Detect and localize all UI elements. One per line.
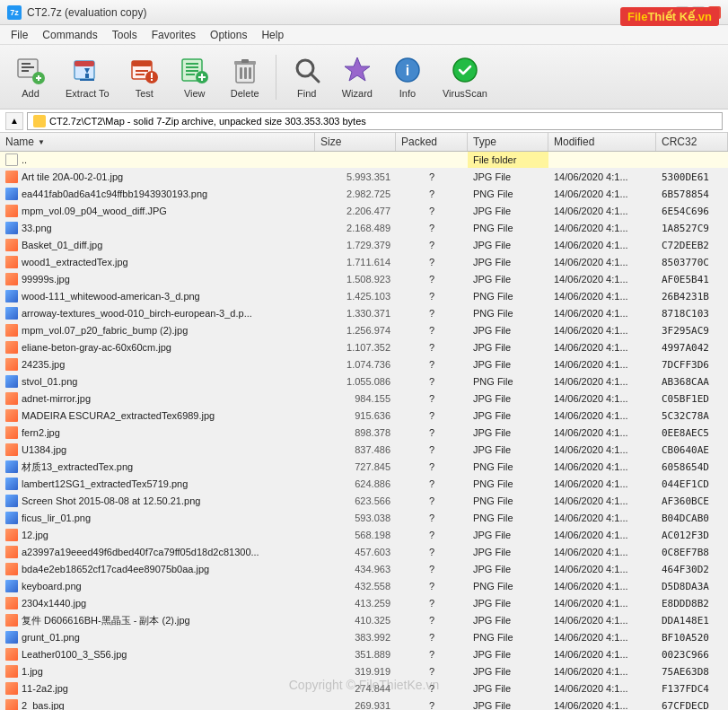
table-row[interactable]: bda4e2eb18652cf17cad4ee89075b0aa.jpg 434… xyxy=(0,561,728,578)
file-name-cell: Art tile 20A-00-2-01.jpg xyxy=(0,169,315,185)
file-modified-cell: 14/06/2020 4:1... xyxy=(548,220,656,236)
file-size-cell: 351.889 xyxy=(315,646,396,662)
svg-rect-20 xyxy=(186,63,198,65)
menu-tools[interactable]: Tools xyxy=(105,27,145,43)
file-packed-cell: ? xyxy=(396,203,468,219)
virusscan-button[interactable]: VirusScan xyxy=(434,50,496,104)
table-row[interactable]: 1.jpg 319.919 ? JPG File 14/06/2020 4:1.… xyxy=(0,663,728,680)
view-icon xyxy=(180,56,209,84)
file-modified-cell: 14/06/2020 4:1... xyxy=(548,578,656,594)
col-name[interactable]: Name ▼ xyxy=(0,133,315,151)
menu-help[interactable]: Help xyxy=(254,27,291,43)
nav-back-button[interactable]: ▲ xyxy=(5,112,23,130)
table-row[interactable]: 11-2a2.jpg 274.844 ? JPG File 14/06/2020… xyxy=(0,680,728,697)
table-row[interactable]: eliane-beton-gray-ac-60x60cm.jpg 1.107.3… xyxy=(0,339,728,356)
file-crc-cell: 6058654D xyxy=(656,459,728,475)
file-type-cell: JPG File xyxy=(468,663,548,679)
col-modified[interactable]: Modified xyxy=(548,133,656,151)
table-row[interactable]: .. File folder xyxy=(0,152,728,169)
file-type-cell: JPG File xyxy=(468,561,548,577)
file-modified-cell: 14/06/2020 4:1... xyxy=(548,459,656,475)
view-button[interactable]: View xyxy=(171,50,218,104)
file-name: Basket_01_diff.jpg xyxy=(22,240,102,250)
table-row[interactable]: 24235.jpg 1.074.736 ? JPG File 14/06/202… xyxy=(0,356,728,373)
table-row[interactable]: U1384.jpg 837.486 ? JPG File 14/06/2020 … xyxy=(0,442,728,459)
file-size-cell: 1.425.103 xyxy=(315,288,396,304)
table-row[interactable]: a23997a19eeed49f6dbed40f7ca79ff05d18d2c8… xyxy=(0,544,728,561)
sort-arrow-name: ▼ xyxy=(38,138,45,146)
table-row[interactable]: Art tile 20A-00-2-01.jpg 5.993.351 ? JPG… xyxy=(0,169,728,186)
table-row[interactable]: ficus_lir_01.png 593.038 ? PNG File 14/0… xyxy=(0,510,728,527)
menu-file[interactable]: File xyxy=(4,27,35,43)
svg-rect-2 xyxy=(22,66,34,68)
menu-favorites[interactable]: Favorites xyxy=(145,27,203,43)
table-row[interactable]: 2304x1440.jpg 413.259 ? JPG File 14/06/2… xyxy=(0,595,728,612)
table-row[interactable]: Basket_01_diff.jpg 1.729.379 ? JPG File … xyxy=(0,237,728,254)
table-row[interactable]: Screen Shot 2015-08-08 at 12.50.21.png 6… xyxy=(0,493,728,510)
file-name: 33.png xyxy=(22,223,52,233)
table-row[interactable]: ea441fab0ad6a41c94ffbb1943930193.png 2.9… xyxy=(0,186,728,203)
svg-point-38 xyxy=(453,58,477,82)
table-row[interactable]: stvol_01.png 1.055.086 ? PNG File 14/06/… xyxy=(0,373,728,390)
table-row[interactable]: Leather0100_3_S56.jpg 351.889 ? JPG File… xyxy=(0,646,728,663)
table-row[interactable]: keyboard.png 432.558 ? PNG File 14/06/20… xyxy=(0,578,728,595)
table-row[interactable]: mpm_vol.07_p20_fabric_bump (2).jpg 1.256… xyxy=(0,322,728,339)
file-name: .. xyxy=(22,154,27,165)
file-type-cell: JPG File xyxy=(468,237,548,253)
menu-commands[interactable]: Commands xyxy=(35,27,104,43)
logo-text-suffix: .vn xyxy=(695,10,712,23)
table-row[interactable]: MADEIRA ESCURA2_extractedTex6989.jpg 915… xyxy=(0,408,728,425)
file-crc-cell: 0EE8AEC5 xyxy=(656,425,728,441)
file-name: arroway-textures_wood-010_birch-european… xyxy=(22,308,252,319)
file-packed-cell: ? xyxy=(396,697,468,710)
file-modified-cell: 14/06/2020 4:1... xyxy=(548,629,656,645)
add-button[interactable]: Add xyxy=(7,50,54,104)
table-row[interactable]: 2_bas.jpg 269.931 ? JPG File 14/06/2020 … xyxy=(0,697,728,710)
file-crc-cell: DDA148E1 xyxy=(656,612,728,628)
table-row[interactable]: grunt_01.png 383.992 ? PNG File 14/06/20… xyxy=(0,629,728,646)
find-button[interactable]: Find xyxy=(284,50,330,104)
file-name: 复件 D606616BH-黑晶玉 - 副本 (2).jpg xyxy=(22,614,190,627)
file-packed-cell: ? xyxy=(396,527,468,543)
svg-rect-31 xyxy=(244,67,247,79)
file-size-cell: 434.963 xyxy=(315,561,396,577)
table-row[interactable]: mpm_vol.09_p04_wood_diff.JPG 2.206.477 ?… xyxy=(0,203,728,220)
table-row[interactable]: 99999s.jpg 1.508.923 ? JPG File 14/06/20… xyxy=(0,271,728,288)
col-crc[interactable]: CRC32 xyxy=(656,133,728,151)
delete-label: Delete xyxy=(231,88,259,99)
file-modified-cell: 14/06/2020 4:1... xyxy=(548,322,656,338)
table-row[interactable]: fern2.jpg 898.378 ? JPG File 14/06/2020 … xyxy=(0,425,728,442)
file-size-cell: 837.486 xyxy=(315,442,396,458)
file-packed-cell: ? xyxy=(396,595,468,611)
col-packed[interactable]: Packed xyxy=(396,133,468,151)
menu-options[interactable]: Options xyxy=(203,27,254,43)
extract-button[interactable]: Extract To xyxy=(57,50,118,104)
table-row[interactable]: 33.png 2.168.489 ? PNG File 14/06/2020 4… xyxy=(0,220,728,237)
file-list[interactable]: .. File folder Art tile 20A-00-2-01.jpg … xyxy=(0,152,728,710)
info-button[interactable]: i Info xyxy=(384,50,431,104)
test-button[interactable]: Test xyxy=(121,50,168,104)
delete-button[interactable]: Delete xyxy=(222,50,268,104)
file-size-cell: 1.256.974 xyxy=(315,322,396,338)
table-row[interactable]: adnet-mirror.jpg 984.155 ? JPG File 14/0… xyxy=(0,390,728,408)
wizard-button[interactable]: Wizard xyxy=(334,50,381,104)
table-row[interactable]: wood-111_whitewood-american-3_d.png 1.42… xyxy=(0,288,728,305)
file-crc-cell: 044EF1CD xyxy=(656,476,728,492)
file-name-cell: .. xyxy=(0,152,315,168)
file-type-cell: JPG File xyxy=(468,390,548,407)
path-box[interactable]: CT2.7z\CT2\Map - solid 7-Zip archive, un… xyxy=(27,112,723,130)
file-name: 24235.jpg xyxy=(22,359,65,370)
file-type-cell: PNG File xyxy=(468,629,548,645)
file-type-cell: JPG File xyxy=(468,612,548,628)
col-type[interactable]: Type xyxy=(468,133,548,151)
file-crc-cell: 6B578854 xyxy=(656,186,728,202)
table-row[interactable]: 材质13_extractedTex.png 727.845 ? PNG File… xyxy=(0,459,728,476)
table-row[interactable]: lambert12SG1_extractedTex5719.png 624.88… xyxy=(0,476,728,493)
table-row[interactable]: 复件 D606616BH-黑晶玉 - 副本 (2).jpg 410.325 ? … xyxy=(0,612,728,629)
table-row[interactable]: arroway-textures_wood-010_birch-european… xyxy=(0,305,728,322)
file-type-cell: JPG File xyxy=(468,356,548,373)
file-name: eliane-beton-gray-ac-60x60cm.jpg xyxy=(22,342,171,353)
table-row[interactable]: wood1_extractedTex.jpg 1.711.614 ? JPG F… xyxy=(0,254,728,271)
table-row[interactable]: 12.jpg 568.198 ? JPG File 14/06/2020 4:1… xyxy=(0,527,728,544)
col-size[interactable]: Size xyxy=(315,133,396,151)
